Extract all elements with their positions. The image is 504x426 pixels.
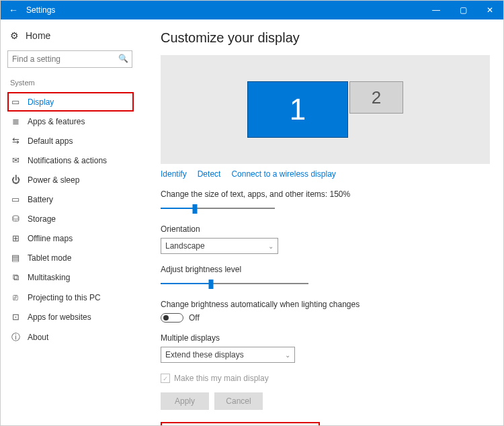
nav-icon: ⎚ — [10, 292, 21, 302]
sidebar-item-display[interactable]: ▭Display — [7, 92, 134, 112]
detect-link[interactable]: Detect — [198, 169, 221, 179]
category-label: System — [7, 69, 142, 91]
sidebar-item-multitasking[interactable]: ⧉Multitasking — [7, 267, 142, 288]
nav-icon: ⇆ — [10, 136, 21, 146]
main-content: Customize your display 1 2 Identify Dete… — [142, 19, 503, 425]
scale-label: Change the size of text, apps, and other… — [161, 189, 490, 199]
sidebar-item-default-apps[interactable]: ⇆Default apps — [7, 131, 142, 151]
nav-label: Battery — [28, 195, 53, 204]
checkbox-icon: ✓ — [161, 374, 170, 383]
nav-icon: ⊞ — [10, 233, 21, 243]
nav-icon: ⓘ — [10, 331, 21, 343]
brightness-slider[interactable] — [161, 278, 308, 289]
advanced-display-settings-link[interactable]: Advanced display settings — [161, 422, 320, 425]
monitor-1[interactable]: 1 — [247, 81, 348, 138]
sidebar: ⚙ Home 🔍 System ▭Display≣Apps & features… — [1, 19, 142, 425]
back-button[interactable]: ← — [5, 5, 22, 15]
gear-icon: ⚙ — [10, 30, 19, 41]
multiple-displays-label: Multiple displays — [161, 333, 490, 343]
nav-icon: ≣ — [10, 116, 21, 126]
nav-label: Storage — [28, 214, 56, 224]
sidebar-item-battery[interactable]: ▭Battery — [7, 189, 142, 209]
nav-label: Projecting to this PC — [28, 293, 101, 302]
main-display-label: Make this my main display — [174, 374, 269, 383]
auto-brightness-state: Off — [189, 313, 200, 323]
brightness-label: Adjust brightness level — [161, 265, 490, 274]
titlebar: ← Settings — ▢ ✕ — [1, 1, 503, 19]
nav-label: Tablet mode — [28, 253, 71, 263]
nav-label: Apps & features — [28, 117, 85, 126]
sidebar-item-power-sleep[interactable]: ⏻Power & sleep — [7, 170, 142, 189]
auto-brightness-label: Change brightness automatically when lig… — [161, 300, 490, 309]
window-title: Settings — [22, 5, 55, 15]
home-label: Home — [26, 30, 50, 41]
sidebar-item-about[interactable]: ⓘAbout — [7, 327, 142, 348]
scale-slider[interactable] — [161, 203, 275, 214]
apply-button: Apply — [161, 392, 209, 410]
nav-icon: ▭ — [10, 194, 21, 204]
nav-icon: ▭ — [10, 97, 21, 107]
nav-icon: ▤ — [10, 253, 21, 263]
sidebar-item-storage[interactable]: ⛁Storage — [7, 209, 142, 228]
orientation-value: Landscape — [165, 241, 205, 251]
chevron-down-icon: ⌄ — [285, 351, 290, 359]
nav-label: Apps for websites — [28, 312, 91, 322]
page-title: Customize your display — [161, 30, 490, 46]
search-icon: 🔍 — [118, 54, 128, 63]
nav-icon: ⧉ — [10, 272, 21, 283]
minimize-button[interactable]: — — [423, 1, 450, 19]
close-button[interactable]: ✕ — [476, 1, 503, 19]
cancel-button: Cancel — [214, 392, 263, 410]
nav-icon: ⊡ — [10, 312, 21, 322]
auto-brightness-toggle[interactable] — [161, 313, 183, 323]
identify-link[interactable]: Identify — [161, 169, 187, 179]
main-display-checkbox: ✓ Make this my main display — [161, 374, 490, 383]
sidebar-item-tablet-mode[interactable]: ▤Tablet mode — [7, 248, 142, 267]
nav-label: Multitasking — [28, 273, 70, 282]
chevron-down-icon: ⌄ — [268, 243, 274, 250]
home-link[interactable]: ⚙ Home — [7, 26, 142, 49]
nav-label: Default apps — [28, 136, 73, 146]
sidebar-item-projecting-to-this-pc[interactable]: ⎚Projecting to this PC — [7, 288, 142, 307]
orientation-label: Orientation — [161, 224, 490, 234]
sidebar-item-apps-features[interactable]: ≣Apps & features — [7, 112, 142, 131]
wireless-display-link[interactable]: Connect to a wireless display — [231, 169, 335, 179]
multiple-displays-select[interactable]: Extend these displays ⌄ — [161, 347, 295, 363]
nav-label: About — [28, 333, 48, 342]
nav-label: Power & sleep — [28, 175, 79, 185]
sidebar-item-apps-for-websites[interactable]: ⊡Apps for websites — [7, 307, 142, 327]
monitor-2[interactable]: 2 — [349, 81, 403, 114]
sidebar-item-notifications-actions[interactable]: ✉Notifications & actions — [7, 151, 142, 170]
search-input[interactable] — [7, 50, 132, 68]
orientation-select[interactable]: Landscape ⌄ — [161, 238, 278, 254]
nav-icon: ⛁ — [10, 214, 21, 224]
nav-label: Notifications & actions — [28, 156, 107, 165]
nav-label: Offline maps — [28, 234, 73, 243]
search-box[interactable]: 🔍 — [7, 50, 132, 68]
display-preview: 1 2 — [161, 55, 490, 164]
nav-icon: ⏻ — [10, 175, 21, 185]
multiple-displays-value: Extend these displays — [165, 350, 244, 359]
maximize-button[interactable]: ▢ — [450, 1, 476, 19]
nav-icon: ✉ — [10, 155, 21, 165]
nav-label: Display — [28, 97, 54, 107]
sidebar-item-offline-maps[interactable]: ⊞Offline maps — [7, 228, 142, 248]
